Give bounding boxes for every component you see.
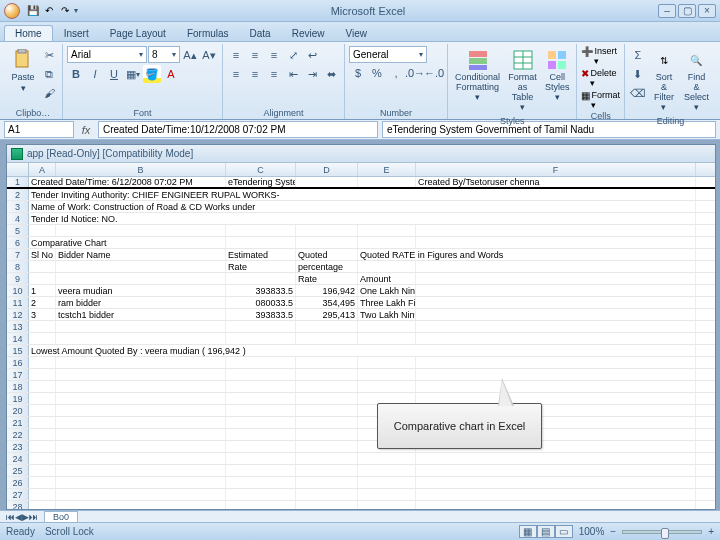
cell[interactable] — [358, 177, 416, 187]
cell[interactable] — [416, 465, 696, 476]
cell[interactable] — [29, 453, 56, 464]
cell[interactable] — [226, 333, 296, 344]
cell[interactable]: 196,942 — [296, 285, 358, 296]
cell[interactable] — [56, 357, 226, 368]
table-row[interactable]: 28 — [7, 501, 715, 509]
cell[interactable] — [226, 225, 296, 236]
table-row[interactable]: 17 — [7, 369, 715, 381]
select-all-corner[interactable] — [7, 163, 29, 176]
redo-icon[interactable]: ↷ — [58, 4, 72, 18]
increase-indent-button[interactable]: ⇥ — [303, 65, 321, 83]
page-layout-view-button[interactable]: ▤ — [537, 525, 555, 538]
row-header[interactable]: 23 — [7, 441, 29, 452]
cell[interactable] — [29, 369, 56, 380]
formula-input[interactable]: Created Date/Time:10/12/2008 07:02 PM — [98, 121, 378, 138]
cell[interactable] — [358, 477, 416, 488]
table-row[interactable]: 2Tender Inviting Authority: CHIEF ENGINE… — [7, 189, 715, 201]
find-select-button[interactable]: 🔍Find & Select ▾ — [681, 46, 712, 115]
table-row[interactable]: 26 — [7, 477, 715, 489]
cell[interactable]: 080033.5 — [226, 297, 296, 308]
table-row[interactable]: 20 — [7, 405, 715, 417]
copy-button[interactable]: ⧉ — [40, 65, 58, 83]
cell[interactable] — [296, 321, 358, 332]
cell[interactable] — [296, 405, 358, 416]
sheet-nav-first[interactable]: ⏮ — [6, 512, 15, 522]
cell[interactable] — [416, 309, 696, 320]
table-row[interactable]: 112ram bidder080033.5354,495Three Lakh F… — [7, 297, 715, 309]
cell[interactable] — [358, 465, 416, 476]
cell[interactable]: Rate — [296, 273, 358, 284]
align-right-button[interactable]: ≡ — [265, 65, 283, 83]
table-row[interactable]: 16 — [7, 357, 715, 369]
cell[interactable] — [226, 489, 296, 500]
table-row[interactable]: 7Sl NoBidder NameEstimatedQuotedQuoted R… — [7, 249, 715, 261]
row-header[interactable]: 18 — [7, 381, 29, 392]
cell[interactable] — [29, 489, 56, 500]
cell[interactable]: veera mudian — [56, 285, 226, 296]
col-header-D[interactable]: D — [296, 163, 358, 176]
align-top-button[interactable]: ≡ — [227, 46, 245, 64]
cell[interactable]: Quoted RATE in Figures and Words — [358, 249, 696, 260]
cell[interactable] — [29, 357, 56, 368]
table-row[interactable]: 18 — [7, 381, 715, 393]
table-row[interactable]: 4Tender Id Notice: NO. — [7, 213, 715, 225]
number-format-combo[interactable]: General▾ — [349, 46, 427, 63]
col-header-A[interactable]: A — [29, 163, 56, 176]
table-row[interactable]: 3Name of Work: Construction of Road & CD… — [7, 201, 715, 213]
cell[interactable] — [56, 405, 226, 416]
italic-button[interactable]: I — [86, 65, 104, 83]
cell[interactable] — [56, 381, 226, 392]
page-break-view-button[interactable]: ▭ — [555, 525, 573, 538]
cell[interactable] — [29, 417, 56, 428]
cell[interactable] — [416, 489, 696, 500]
cell[interactable] — [226, 477, 296, 488]
clear-button[interactable]: ⌫ — [629, 84, 647, 102]
cell[interactable] — [226, 453, 296, 464]
cell[interactable] — [416, 369, 696, 380]
align-left-button[interactable]: ≡ — [227, 65, 245, 83]
tab-home[interactable]: Home — [4, 25, 53, 41]
cell[interactable]: Sl No — [29, 249, 56, 260]
align-middle-button[interactable]: ≡ — [246, 46, 264, 64]
cell[interactable]: Estimated — [226, 249, 296, 260]
cell[interactable] — [296, 441, 358, 452]
cell[interactable] — [416, 237, 696, 248]
cell[interactable]: Created By/Tsetoruser chenna — [416, 177, 696, 187]
table-row[interactable]: 1Created Date/Time: 6/12/2008 07:02 PMeT… — [7, 177, 715, 189]
cell[interactable]: percentage — [296, 261, 358, 272]
cell[interactable] — [56, 429, 226, 440]
sheet-nav-next[interactable]: ▶ — [22, 512, 29, 522]
zoom-out-button[interactable]: − — [610, 526, 616, 537]
cell[interactable]: ram bidder — [56, 297, 226, 308]
cell[interactable] — [56, 477, 226, 488]
table-row[interactable]: 101veera mudian393833.5196,942One Lakh N… — [7, 285, 715, 297]
row-header[interactable]: 2 — [7, 189, 29, 200]
increase-decimal-button[interactable]: .0→ — [406, 64, 424, 82]
row-header[interactable]: 6 — [7, 237, 29, 248]
cell[interactable]: Created Date/Time: 6/12/2008 07:02 PM — [29, 177, 226, 187]
cell[interactable] — [226, 381, 296, 392]
minimize-button[interactable]: – — [658, 4, 676, 18]
cell[interactable] — [226, 405, 296, 416]
cell[interactable] — [416, 333, 696, 344]
cell[interactable] — [56, 321, 226, 332]
border-button[interactable]: ▦▾ — [124, 65, 142, 83]
cell[interactable] — [29, 225, 56, 236]
tab-insert[interactable]: Insert — [54, 26, 99, 41]
paste-button[interactable]: Paste▾ — [8, 46, 38, 96]
name-box[interactable]: A1 — [4, 121, 74, 138]
cell[interactable] — [416, 273, 696, 284]
table-row[interactable]: 13 — [7, 321, 715, 333]
font-name-combo[interactable]: Arial▾ — [67, 46, 147, 63]
cell[interactable]: Name of Work: Construction of Road & CD … — [29, 201, 696, 212]
cell[interactable] — [226, 357, 296, 368]
cell[interactable] — [416, 225, 696, 236]
cell[interactable] — [226, 441, 296, 452]
sheet-tab[interactable]: Bo0 — [44, 511, 78, 523]
col-header-F[interactable]: F — [416, 163, 696, 176]
cell[interactable] — [29, 381, 56, 392]
row-header[interactable]: 19 — [7, 393, 29, 404]
format-cells-button[interactable]: ▦Format ▾ — [581, 90, 620, 110]
row-header[interactable]: 13 — [7, 321, 29, 332]
zoom-level[interactable]: 100% — [579, 526, 605, 537]
